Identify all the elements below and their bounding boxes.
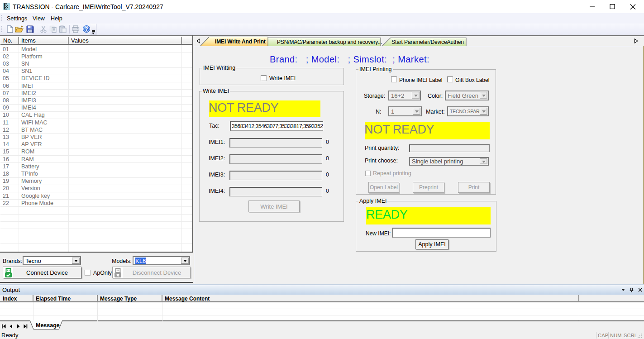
svg-text:?: ? bbox=[85, 26, 88, 32]
